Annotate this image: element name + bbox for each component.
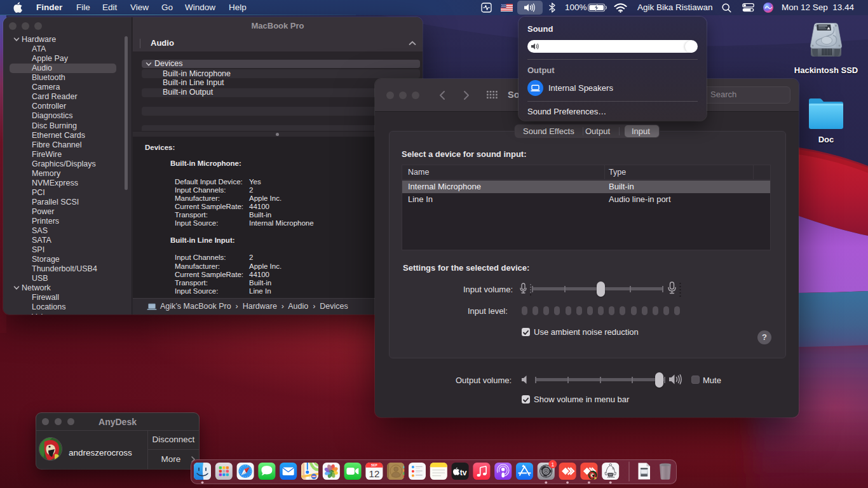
svg-text:tv: tv <box>460 468 467 477</box>
svg-text:12: 12 <box>369 468 380 478</box>
svg-text:SEP: SEP <box>371 464 377 467</box>
svg-text:1: 1 <box>551 461 554 467</box>
